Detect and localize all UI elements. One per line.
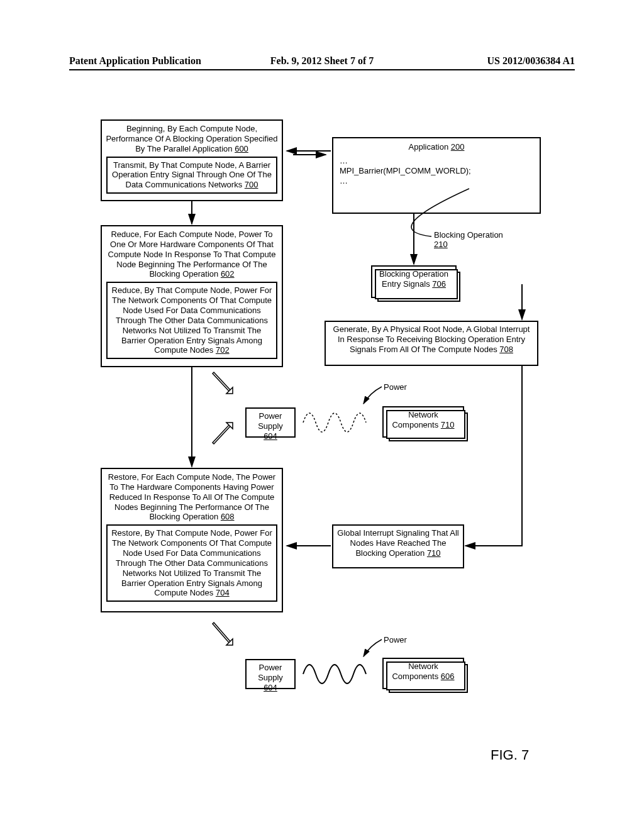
ref-602: 602 <box>221 269 235 279</box>
ref-702: 702 <box>216 345 230 355</box>
text-702: Reduce, By That Compute Node, Power For … <box>112 285 272 355</box>
text-602: Reduce, For Each Compute Node, Power To … <box>108 230 276 279</box>
ref-704: 704 <box>216 588 230 597</box>
box-entry-signals-706: Blocking Operation Entry Signals 706 <box>371 265 457 298</box>
header-left: Patent Application Publication <box>69 55 238 67</box>
ref-600: 600 <box>235 144 248 153</box>
app-title: Application <box>409 142 451 152</box>
connectors <box>82 119 565 748</box>
box-network-components-606: Network Components 606 <box>382 658 464 689</box>
box-608: Restore, For Each Compute Node, The Powe… <box>101 468 283 612</box>
box-power-supply-a: Power Supply 604 <box>245 407 296 438</box>
box-global-interrupt-710: Global Interrupt Signaling That All Node… <box>332 524 464 568</box>
text-704: Restore, By That Compute Node, Power For… <box>111 528 272 597</box>
box-power-supply-b: Power Supply 604 <box>245 659 296 689</box>
ref-entry-signals: 706 <box>432 279 446 289</box>
box-602: Reduce, For Each Compute Node, Power To … <box>101 225 283 367</box>
label-power-a: Power <box>384 382 407 392</box>
text-600: Beginning, By Each Compute Node, Perform… <box>106 124 277 153</box>
ref-608: 608 <box>221 512 235 521</box>
figure-area: Beginning, By Each Compute Node, Perform… <box>82 119 565 748</box>
box-application-200: Application 200 … MPI_Barrier(MPI_COMM_W… <box>332 137 541 214</box>
text-global-int: Global Interrupt Signaling That All Node… <box>337 528 458 558</box>
app-ref: 200 <box>451 142 465 152</box>
box-708: Generate, By A Physical Root Node, A Glo… <box>325 321 538 366</box>
header-center: Feb. 9, 2012 Sheet 7 of 7 <box>238 55 406 67</box>
app-line1: … <box>340 156 533 166</box>
header-right: US 2012/0036384 A1 <box>406 55 575 67</box>
app-line2: MPI_Barrier(MPI_COMM_WORLD); <box>340 166 533 176</box>
header-rule <box>69 69 575 70</box>
box-600: Beginning, By Each Compute Node, Perform… <box>101 119 283 201</box>
waveform-a-icon <box>301 407 376 438</box>
ref-700: 700 <box>245 180 258 189</box>
figure-label: FIG. 7 <box>491 747 529 763</box>
waveform-b-icon <box>301 659 376 689</box>
app-line3: … <box>340 176 533 186</box>
ref-708: 708 <box>499 345 513 354</box>
box-network-components-710: Network Components 710 <box>382 406 464 438</box>
label-power-b: Power <box>384 635 407 645</box>
ref-global-int: 710 <box>427 548 441 558</box>
label-blocking-operation: Blocking Operation 210 <box>434 230 503 249</box>
text-608: Restore, For Each Compute Node, The Powe… <box>108 472 275 521</box>
